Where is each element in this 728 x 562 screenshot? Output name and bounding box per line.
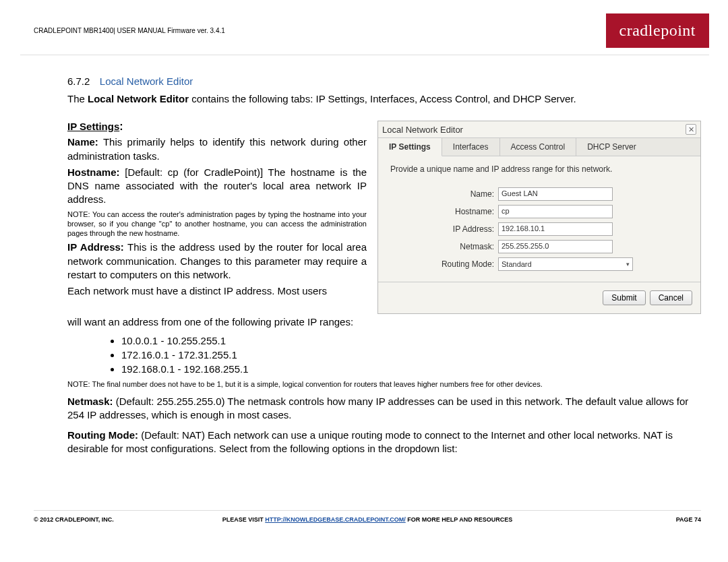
- dialog-title: Local Network Editor: [382, 125, 463, 135]
- form-hostname-input[interactable]: cp: [498, 205, 613, 218]
- footer-center: PLEASE VISIT HTTP://KNOWLEDGEBASE.CRADLE…: [34, 516, 701, 523]
- ip-note: NOTE: The final number does not have to …: [67, 380, 701, 388]
- form-name-input[interactable]: Guest LAN: [498, 187, 613, 201]
- ipaddress-paragraph: IP Address: This is the address used by …: [67, 241, 367, 282]
- tab-dhcp-server[interactable]: DHCP Server: [576, 138, 646, 156]
- hostname-note: NOTE: You can access the router's admini…: [67, 210, 367, 239]
- form-routing-label: Routing Mode:: [390, 259, 498, 269]
- cancel-button[interactable]: Cancel: [650, 290, 692, 305]
- tab-ip-settings[interactable]: IP Settings: [378, 138, 442, 156]
- distinct-line1: Each network must have a distinct IP add…: [67, 284, 367, 298]
- close-icon[interactable]: ✕: [686, 124, 696, 135]
- distinct-line2: will want an address from one of the fol…: [67, 315, 701, 329]
- ip-settings-heading: IP Settings:: [67, 121, 367, 133]
- list-item: 192.168.0.1 - 192.168.255.1: [121, 362, 701, 376]
- list-item: 10.0.0.1 - 10.255.255.1: [121, 334, 701, 348]
- section-intro: The Local Network Editor contains the fo…: [67, 92, 701, 106]
- name-paragraph: Name: This primarily helps to identify t…: [67, 135, 367, 163]
- footer-link[interactable]: HTTP://KNOWLEDGEBASE.CRADLEPOINT.COM/: [265, 516, 406, 523]
- local-network-editor-dialog: Local Network Editor ✕ IP Settings Inter…: [377, 121, 701, 314]
- submit-button[interactable]: Submit: [603, 290, 645, 305]
- section-number: 6.7.2: [67, 75, 90, 87]
- header-text: CRADLEPOINT MBR1400| USER MANUAL Firmwar…: [34, 27, 225, 34]
- form-netmask-input[interactable]: 255.255.255.0: [498, 240, 613, 253]
- form-name-label: Name:: [390, 189, 498, 199]
- netmask-paragraph: Netmask: (Default: 255.255.255.0) The ne…: [67, 395, 701, 423]
- cradlepoint-logo: cradlepoint: [606, 13, 709, 48]
- dialog-description: Provide a unique name and IP address ran…: [390, 164, 688, 174]
- tab-access-control[interactable]: Access Control: [500, 138, 577, 156]
- hostname-paragraph: Hostname: [Default: cp (for CradlePoint)…: [67, 166, 367, 207]
- form-ip-input[interactable]: 192.168.10.1: [498, 222, 613, 236]
- tab-interfaces[interactable]: Interfaces: [442, 138, 500, 156]
- chevron-down-icon: ▾: [626, 261, 630, 268]
- ip-ranges-list: 10.0.0.1 - 10.255.255.1 172.16.0.1 - 172…: [121, 334, 701, 376]
- section-title: Local Network Editor: [100, 75, 193, 87]
- form-ip-label: IP Address:: [390, 224, 498, 234]
- list-item: 172.16.0.1 - 172.31.255.1: [121, 348, 701, 362]
- form-routing-select[interactable]: Standard ▾: [498, 257, 633, 271]
- form-netmask-label: Netmask:: [390, 242, 498, 251]
- routing-paragraph: Routing Mode: (Default: NAT) Each networ…: [67, 429, 701, 456]
- form-hostname-label: Hostname:: [390, 207, 498, 216]
